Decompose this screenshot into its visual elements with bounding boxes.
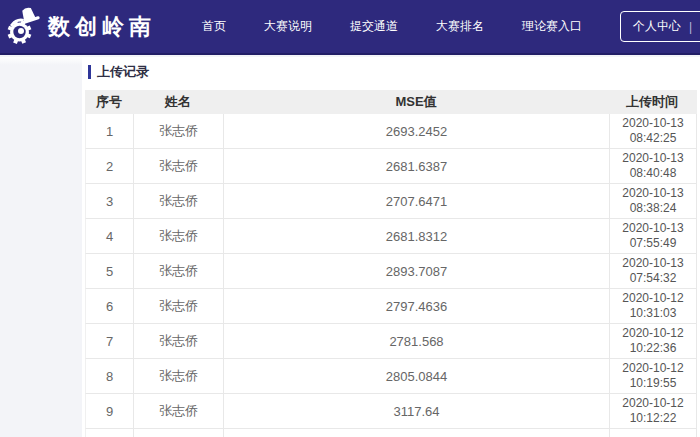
brand-logo[interactable]: 数创岭南 [6, 7, 156, 47]
cell-name: 张志侨 [134, 254, 224, 288]
section-title: 上传记录 [88, 64, 697, 80]
top-navigation-bar: 数创岭南 首页 大赛说明 提交通道 大赛排名 理论赛入口 个人中心 | 退出 [0, 0, 700, 55]
upload-date: 2020-10-13 [622, 186, 683, 201]
cell-name: 张志侨 [134, 219, 224, 253]
cell-upload-time: 2020-10-13 07:55:49 [610, 221, 696, 251]
cell-upload-time: 2020-10-12 10:19:55 [610, 361, 696, 391]
cell-mse: 2681.6387 [224, 149, 610, 183]
col-header-index: 序号 [85, 93, 133, 111]
cell-mse: 2805.0844 [224, 359, 610, 393]
cell-index: 9 [86, 394, 134, 428]
user-menu-divider: | [689, 20, 692, 34]
cell-name: 张志侨 [134, 114, 224, 148]
table-row: 2 张志侨 2681.6387 2020-10-13 08:40:48 [85, 149, 697, 184]
upload-date: 2020-10-12 [622, 326, 683, 341]
upload-clock: 07:55:49 [630, 236, 677, 251]
upload-date: 2020-10-12 [622, 361, 683, 376]
upload-clock: 10:22:36 [630, 341, 677, 356]
cell-index: 4 [86, 219, 134, 253]
brand-title: 数创岭南 [48, 12, 156, 42]
partial-row [85, 429, 697, 437]
cell-index: 7 [86, 324, 134, 358]
main-nav: 首页 大赛说明 提交通道 大赛排名 理论赛入口 [198, 12, 616, 41]
cell-index: 8 [86, 359, 134, 393]
upload-date: 2020-10-13 [622, 221, 683, 236]
content-card: 上传记录 序号 姓名 MSE值 上传时间 1 张志侨 2693.2452 202… [82, 57, 700, 437]
table-header-row: 序号 姓名 MSE值 上传时间 [85, 90, 697, 114]
table-row: 8 张志侨 2805.0844 2020-10-12 10:19:55 [85, 359, 697, 394]
upload-clock: 10:31:03 [630, 306, 677, 321]
cell-mse: 2781.568 [224, 324, 610, 358]
table-row: 5 张志侨 2893.7087 2020-10-13 07:54:32 [85, 254, 697, 289]
cell-upload-time: 2020-10-12 10:22:36 [610, 326, 696, 356]
upload-date: 2020-10-13 [622, 256, 683, 271]
upload-date: 2020-10-13 [622, 116, 683, 131]
user-menu: 个人中心 | 退出 [620, 11, 700, 42]
cell-name: 张志侨 [134, 394, 224, 428]
table-row: 3 张志侨 2707.6471 2020-10-13 08:38:24 [85, 184, 697, 219]
upload-date: 2020-10-12 [622, 291, 683, 306]
table-row: 7 张志侨 2781.568 2020-10-12 10:22:36 [85, 324, 697, 359]
nav-item-submission[interactable]: 提交通道 [346, 12, 402, 41]
title-accent-bar [88, 65, 91, 79]
cell-name: 张志侨 [134, 184, 224, 218]
cell-mse: 2693.2452 [224, 114, 610, 148]
cell-upload-time: 2020-10-13 08:42:25 [610, 116, 696, 146]
upload-clock: 08:38:24 [630, 201, 677, 216]
cell-mse: 2681.8312 [224, 219, 610, 253]
upload-clock: 08:40:48 [630, 166, 677, 181]
upload-clock: 07:54:32 [630, 271, 677, 286]
upload-date: 2020-10-12 [622, 396, 683, 411]
cell-index: 3 [86, 184, 134, 218]
cell-name: 张志侨 [134, 324, 224, 358]
mascot-gear-eye-hat-icon [6, 7, 42, 47]
profile-link[interactable]: 个人中心 [633, 18, 681, 35]
cell-upload-time: 2020-10-12 10:31:03 [610, 291, 696, 321]
cell-upload-time: 2020-10-13 08:38:24 [610, 186, 696, 216]
table-body: 1 张志侨 2693.2452 2020-10-13 08:42:25 2 张志… [85, 114, 697, 429]
table-row: 1 张志侨 2693.2452 2020-10-13 08:42:25 [85, 114, 697, 149]
cell-index: 1 [86, 114, 134, 148]
upload-clock: 10:12:22 [630, 411, 677, 426]
upload-clock: 08:42:25 [630, 131, 677, 146]
cell-name: 张志侨 [134, 149, 224, 183]
cell-mse: 2707.6471 [224, 184, 610, 218]
nav-item-contest-info[interactable]: 大赛说明 [260, 12, 316, 41]
table-row: 6 张志侨 2797.4636 2020-10-12 10:31:03 [85, 289, 697, 324]
upload-clock: 10:19:55 [630, 376, 677, 391]
col-header-mse: MSE值 [223, 93, 609, 111]
cell-mse: 2797.4636 [224, 289, 610, 323]
cell-index: 2 [86, 149, 134, 183]
nav-item-ranking[interactable]: 大赛排名 [432, 12, 488, 41]
cell-mse: 3117.64 [224, 394, 610, 428]
table-row: 4 张志侨 2681.8312 2020-10-13 07:55:49 [85, 219, 697, 254]
cell-index: 6 [86, 289, 134, 323]
table-row: 9 张志侨 3117.64 2020-10-12 10:12:22 [85, 394, 697, 429]
cell-index: 5 [86, 254, 134, 288]
cell-upload-time: 2020-10-13 08:40:48 [610, 151, 696, 181]
cell-name: 张志侨 [134, 289, 224, 323]
col-header-name: 姓名 [133, 93, 223, 111]
nav-item-theory-entry[interactable]: 理论赛入口 [518, 12, 586, 41]
col-header-time: 上传时间 [609, 93, 695, 111]
cell-mse: 2893.7087 [224, 254, 610, 288]
upload-records-table: 序号 姓名 MSE值 上传时间 1 张志侨 2693.2452 2020-10-… [85, 90, 697, 437]
upload-date: 2020-10-13 [622, 151, 683, 166]
section-title-text: 上传记录 [97, 63, 149, 81]
nav-item-home[interactable]: 首页 [198, 12, 230, 41]
cell-name: 张志侨 [134, 359, 224, 393]
cell-upload-time: 2020-10-12 10:12:22 [610, 396, 696, 426]
cell-upload-time: 2020-10-13 07:54:32 [610, 256, 696, 286]
